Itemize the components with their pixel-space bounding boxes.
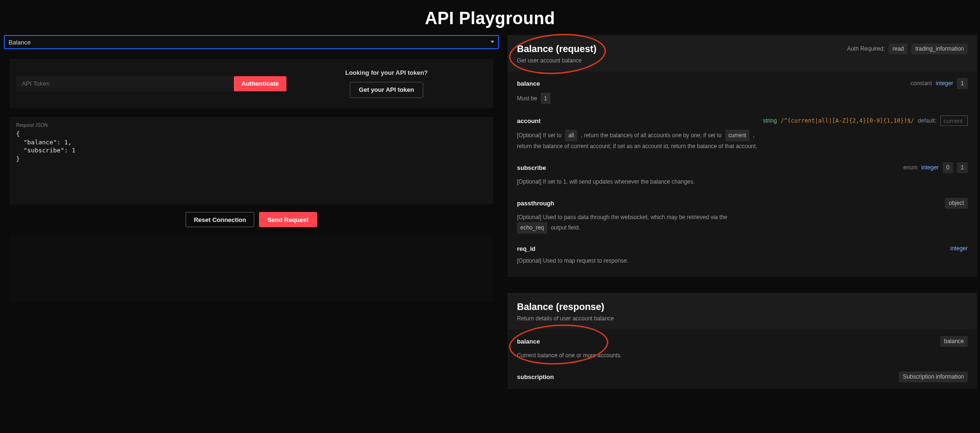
resp-balance-desc: Current balance of one or more accounts. (517, 351, 968, 360)
resp-balance-name: balance (517, 338, 540, 345)
account-tag-all: all (565, 130, 577, 141)
field-name-passthrough: passthrough (517, 200, 554, 207)
req-id-desc: [Optional] Used to map request to respon… (517, 256, 968, 265)
account-d2: return the balance of current account; i… (517, 143, 757, 150)
request-subtitle: Get user account balance (517, 57, 597, 64)
account-d1a: [Optional] If set to (517, 132, 563, 139)
account-pattern: /^(current|all|[A-Z]{2,4}[0-9]{1,10})$/ (781, 117, 914, 124)
passthrough-type: object (945, 198, 968, 209)
passthrough-tag-echo: echo_req (517, 222, 547, 233)
field-subscribe: subscribe enum integer 0 1 [Optional] If… (508, 156, 977, 191)
subscribe-kind: enum (903, 164, 918, 171)
api-token-input[interactable] (16, 76, 234, 91)
field-name-subscribe: subscribe (517, 164, 546, 171)
subscribe-desc: [Optional] If set to 1, will send update… (517, 177, 968, 186)
account-d1c: , (753, 132, 754, 139)
account-tag-current: current (725, 130, 749, 141)
request-json-label: Request JSON (16, 123, 487, 128)
subscribe-enum-1: 1 (957, 162, 968, 173)
response-output-panel (9, 236, 493, 302)
field-balance: balance constant integer 1 Must be 1 (508, 71, 977, 109)
auth-required-label: Auth Required: (847, 45, 885, 52)
account-type: string (763, 117, 777, 124)
field-name-req-id: req_id (517, 245, 535, 252)
resp-subscription-tag: Subscription information (899, 371, 968, 382)
account-default-input[interactable] (940, 115, 968, 126)
balance-desc-prefix: Must be (517, 95, 537, 102)
field-account: account string /^(current|all|[A-Z]{2,4}… (508, 109, 977, 156)
balance-kind: constant (910, 80, 932, 87)
balance-type: integer (936, 80, 953, 87)
subscribe-enum-0: 0 (943, 162, 953, 173)
resp-field-balance: balance balance Current balance of one o… (508, 329, 977, 365)
field-name-balance: balance (517, 80, 540, 87)
field-req-id: req_id integer [Optional] Used to map re… (508, 239, 977, 270)
api-select[interactable]: Balance (4, 35, 499, 49)
authenticate-button[interactable]: Authenticate (234, 76, 286, 91)
resp-balance-tag: balance (940, 336, 968, 347)
request-json-panel: Request JSON { "balance": 1, "subscribe"… (9, 117, 493, 204)
request-section: Balance (request) Get user account balan… (508, 35, 977, 277)
response-subtitle: Return details of user account balance (517, 315, 614, 322)
token-help-title: Looking for your API token? (286, 69, 487, 76)
passthrough-d1: [Optional] Used to pass data through the… (517, 214, 727, 221)
subscribe-type: integer (921, 164, 939, 171)
resp-field-subscription: subscription Subscription information (508, 365, 977, 382)
response-title: Balance (response) (517, 301, 614, 312)
request-title: Balance (request) (517, 44, 597, 54)
resp-subscription-name: subscription (517, 373, 554, 380)
balance-const: 1 (957, 78, 968, 89)
req-id-type: integer (950, 245, 968, 252)
account-default-label: default: (918, 117, 936, 124)
field-name-account: account (517, 117, 541, 124)
get-token-button[interactable]: Get your API token (350, 82, 423, 98)
passthrough-d2: output field. (551, 224, 580, 231)
response-section: Balance (response) Return details of use… (508, 293, 977, 389)
account-d1b: , return the balances of all accounts on… (581, 132, 723, 139)
balance-desc-const: 1 (541, 93, 551, 104)
send-request-button[interactable]: Send Request (259, 212, 317, 227)
auth-required: Auth Required: read trading_information (847, 44, 968, 54)
field-passthrough: passthrough object [Optional] Used to pa… (508, 191, 977, 239)
request-json-body[interactable]: { "balance": 1, "subscribe": 1 } (16, 130, 487, 163)
api-select-wrap[interactable]: Balance (4, 35, 499, 49)
token-panel: Authenticate Looking for your API token?… (9, 59, 493, 108)
page-title: API Playground (0, 0, 980, 35)
auth-scope-trading: trading_information (911, 44, 968, 54)
reset-connection-button[interactable]: Reset Connection (186, 212, 254, 227)
auth-scope-read: read (889, 44, 908, 54)
